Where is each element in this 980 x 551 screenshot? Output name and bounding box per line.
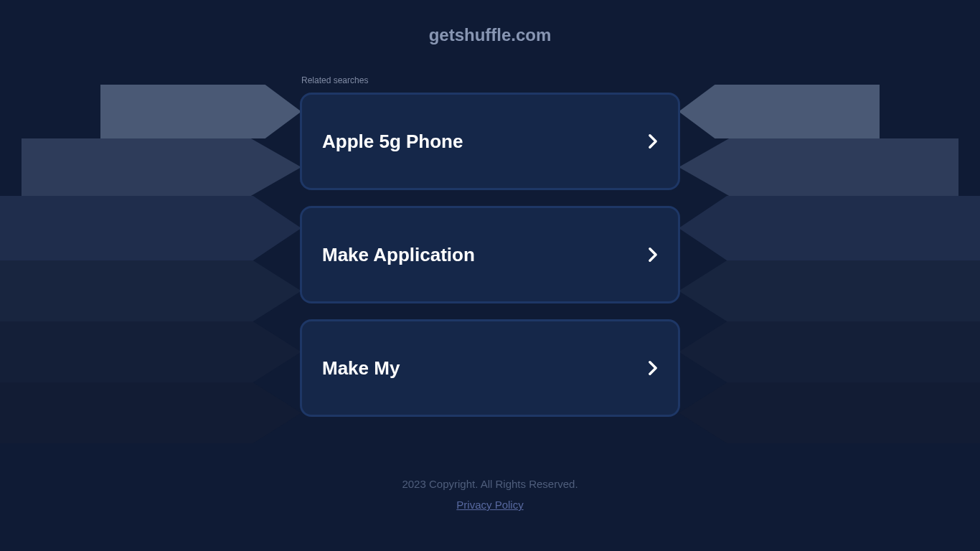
search-link-make-my[interactable]: Make My xyxy=(300,319,680,417)
chevron-right-icon xyxy=(648,360,658,376)
chevron-right-icon xyxy=(648,133,658,149)
footer: 2023 Copyright. All Rights Reserved. Pri… xyxy=(0,478,980,512)
related-searches-label: Related searches xyxy=(300,75,680,85)
chevron-right-icon xyxy=(648,247,658,263)
privacy-policy-link[interactable]: Privacy Policy xyxy=(456,499,523,511)
domain-title: getshuffle.com xyxy=(429,25,552,45)
main-section: Related searches Apple 5g Phone Make App… xyxy=(300,75,680,433)
search-link-label: Apple 5g Phone xyxy=(322,131,463,153)
search-link-apple-5g-phone[interactable]: Apple 5g Phone xyxy=(300,93,680,190)
search-link-label: Make My xyxy=(322,357,400,380)
copyright-text: 2023 Copyright. All Rights Reserved. xyxy=(0,478,980,490)
search-link-label: Make Application xyxy=(322,244,475,266)
search-link-make-application[interactable]: Make Application xyxy=(300,206,680,303)
